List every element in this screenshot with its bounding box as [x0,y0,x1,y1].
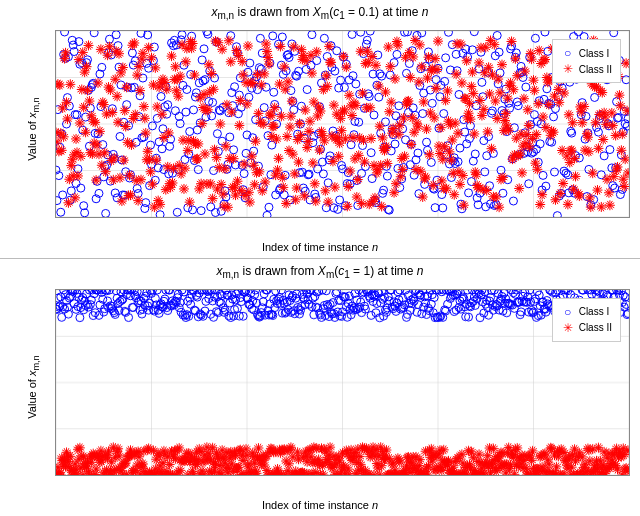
top-legend-class1: ○ Class I [561,46,612,60]
top-class1-icon: ○ [561,46,575,60]
bottom-canvas [56,290,629,476]
top-class2-icon: ✳ [561,62,575,76]
top-chart-title: xm,n is drawn from Xm(c1 = 0.1) at time … [0,5,640,21]
top-legend: ○ Class I ✳ Class II [552,39,621,83]
bottom-class1-icon: ○ [561,305,575,319]
top-canvas [56,31,629,217]
top-chart-panel: xm,n is drawn from Xm(c1 = 0.1) at time … [0,0,640,258]
bottom-legend: ○ Class I ✳ Class II [552,298,621,342]
bottom-y-label: Value of xm,n [26,356,41,419]
bottom-legend-class1: ○ Class I [561,305,612,319]
bottom-x-label: Index of time instance n [0,499,640,511]
top-y-label: Value of xm,n [26,97,41,160]
top-plot-area: ○ Class I ✳ Class II 0 100 200 300 400 5… [55,30,630,218]
bottom-plot-area: ○ Class I ✳ Class II 0 100 200 300 400 5… [55,289,630,477]
bottom-class2-label: Class II [579,322,612,333]
bottom-chart-panel: xm,n is drawn from Xm(c1 = 1) at time n … [0,259,640,517]
chart-container: xm,n is drawn from Xm(c1 = 0.1) at time … [0,0,640,516]
bottom-class1-label: Class I [579,306,610,317]
top-class1-label: Class I [579,48,610,59]
bottom-chart-title: xm,n is drawn from Xm(c1 = 1) at time n [0,264,640,280]
top-class2-label: Class II [579,64,612,75]
bottom-legend-class2: ✳ Class II [561,321,612,335]
top-legend-class2: ✳ Class II [561,62,612,76]
bottom-class2-icon: ✳ [561,321,575,335]
top-x-label: Index of time instance n [0,241,640,253]
